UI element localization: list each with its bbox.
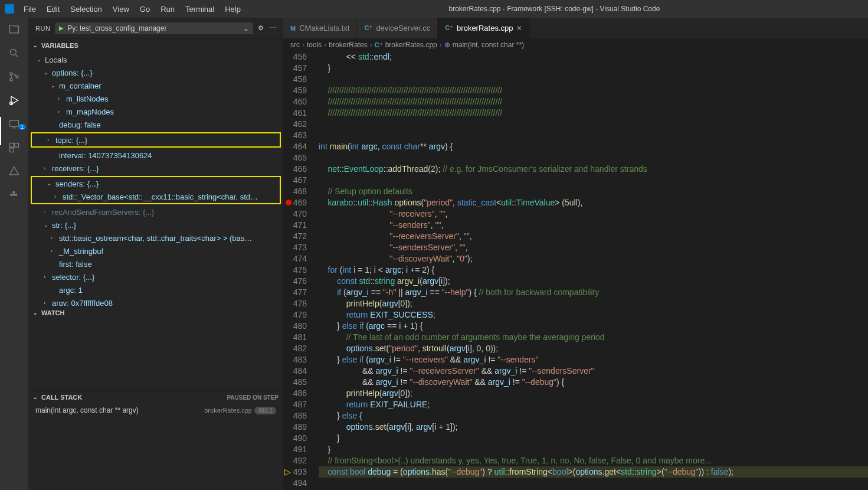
explorer-icon[interactable] — [7, 22, 21, 37]
menu-view[interactable]: View — [108, 2, 134, 16]
svg-rect-8 — [10, 148, 14, 152]
sidebar: RUN ▶ Py: test_cross_config_manager ⌄ ⚙ … — [28, 18, 283, 490]
cpp-file-icon: C⁺ — [375, 41, 383, 49]
run-config-label: Py: test_cross_config_manager — [67, 24, 166, 32]
close-icon[interactable]: ✕ — [516, 24, 522, 32]
callstack-item[interactable]: main(int argc, const char ** argv) broke… — [28, 404, 283, 417]
docker-icon[interactable] — [7, 188, 21, 202]
function-icon: ⊕ — [444, 41, 450, 49]
activity-bar: 1 — [0, 18, 28, 490]
chevron-down-icon: ⌄ — [243, 24, 249, 32]
svg-rect-6 — [10, 143, 14, 148]
run-config-dropdown[interactable]: ▶ Py: test_cross_config_manager ⌄ — [55, 22, 253, 34]
editor-tabs: MCMakeLists.txt C⁺deviceServer.cc C⁺brok… — [283, 18, 868, 38]
locals-node[interactable]: ⌄Locals — [28, 53, 283, 66]
extensions-icon[interactable] — [7, 141, 21, 155]
play-icon: ▶ — [59, 25, 64, 31]
menu-selection[interactable]: Selection — [65, 2, 106, 16]
run-debug-icon[interactable] — [7, 93, 21, 107]
svg-rect-12 — [13, 191, 15, 193]
menu-go[interactable]: Go — [135, 2, 155, 16]
var-debug[interactable]: ›debug: false — [28, 118, 283, 131]
svg-rect-9 — [10, 194, 12, 195]
var-argv[interactable]: ›argv: 0x7ffffffde08 — [28, 296, 283, 306]
cpp-file-icon: C⁺ — [445, 24, 453, 32]
run-header: RUN ▶ Py: test_cross_config_manager ⌄ ⚙ … — [28, 18, 283, 38]
cmake-icon[interactable] — [7, 164, 21, 178]
tab-deviceserver[interactable]: C⁺deviceServer.cc — [357, 18, 438, 38]
var-receivers[interactable]: ›receivers: {...} — [28, 162, 283, 175]
var-m-container[interactable]: ⌄m_container — [28, 79, 283, 92]
tab-brokerrates[interactable]: C⁺brokerRates.cpp✕ — [438, 18, 530, 38]
callstack-header[interactable]: ⌄CALL STACKPAUSED ON STEP — [28, 391, 283, 404]
gear-icon[interactable]: ⚙ — [258, 24, 264, 32]
svg-rect-11 — [15, 194, 17, 195]
var-interval[interactable]: ›interval: 140737354130624 — [28, 149, 283, 162]
cmake-file-icon: M — [290, 25, 296, 32]
var-options[interactable]: ⌄options: {...} — [28, 66, 283, 79]
var-first[interactable]: ›first: false — [28, 257, 283, 270]
svg-point-1 — [10, 73, 12, 75]
code-editor[interactable]: 4564574584594604614624634644654664674684… — [283, 51, 868, 490]
svg-rect-5 — [10, 120, 19, 126]
var-m-mapnodes[interactable]: ›m_mapNodes — [28, 105, 283, 118]
window-title: brokerRates.cpp - Framework [SSH: code-g… — [245, 5, 863, 13]
var-basic-ostream[interactable]: ›std::basic_ostream<char, std::char_trai… — [28, 231, 283, 244]
cpp-file-icon: C⁺ — [364, 24, 372, 32]
tab-cmakelists[interactable]: MCMakeLists.txt — [283, 18, 357, 38]
var-selector[interactable]: ›selector: {...} — [28, 270, 283, 283]
var-m-listnodes[interactable]: ›m_listNodes — [28, 92, 283, 105]
var-m-stringbuf[interactable]: ›_M_stringbuf — [28, 244, 283, 257]
svg-rect-7 — [15, 143, 19, 148]
editor-area: MCMakeLists.txt C⁺deviceServer.cc C⁺brok… — [283, 18, 868, 490]
watch-header[interactable]: ⌄WATCH — [28, 306, 283, 319]
menu-edit[interactable]: Edit — [42, 2, 64, 16]
more-icon[interactable]: ⋯ — [270, 24, 276, 32]
variables-tree: ⌄Locals ⌄options: {...} ⌄m_container ›m_… — [28, 52, 283, 306]
svg-rect-10 — [13, 194, 15, 195]
breadcrumbs[interactable]: src› tools› brokerRates› C⁺ brokerRates.… — [283, 38, 868, 51]
menu-help[interactable]: Help — [220, 2, 245, 16]
menu-bar: File Edit Selection View Go Run Terminal… — [19, 2, 245, 16]
var-vector-base[interactable]: ›std::_Vector_base<std::__cxx11::basic_s… — [32, 190, 280, 203]
menu-terminal[interactable]: Terminal — [181, 2, 219, 16]
var-senders[interactable]: ⌄senders: {...} — [32, 177, 280, 190]
titlebar: File Edit Selection View Go Run Terminal… — [0, 0, 868, 18]
svg-point-2 — [10, 79, 12, 81]
vscode-icon — [5, 4, 14, 14]
debug-badge: 1 — [18, 124, 26, 130]
paused-label: PAUSED ON STEP — [227, 394, 279, 401]
source-control-icon[interactable] — [7, 70, 21, 84]
var-str[interactable]: ⌄str: {...} — [28, 218, 283, 231]
svg-point-0 — [10, 49, 16, 55]
var-recandsend[interactable]: ›recAndSendFromServers: {...} — [28, 205, 283, 218]
menu-file[interactable]: File — [19, 2, 41, 16]
variables-header[interactable]: ⌄VARIABLES — [28, 39, 283, 52]
search-icon[interactable] — [7, 46, 21, 60]
var-topic[interactable]: ›topic: {...} — [32, 133, 280, 146]
run-label: RUN — [35, 25, 50, 32]
var-argc[interactable]: ›argc: 1 — [28, 283, 283, 296]
menu-run[interactable]: Run — [156, 2, 179, 16]
